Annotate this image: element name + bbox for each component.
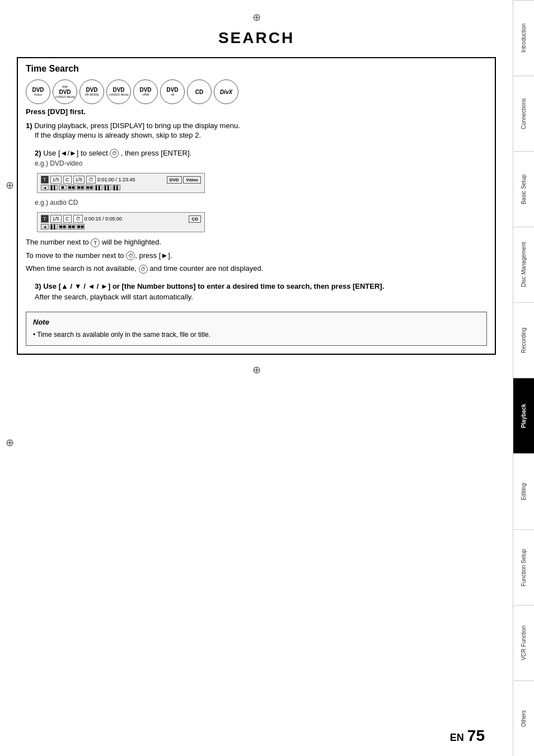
left-crosshair-bottom: ⊕ (6, 436, 14, 449)
step-3-text: 3) Use [▲ / ▼ / ◄ / ►] or [the Number bu… (26, 281, 487, 292)
sidebar-tab-editing[interactable]: Editing (513, 454, 534, 529)
step-3-strong: Use [▲ / ▼ / ◄ / ►] or [the Number butto… (43, 282, 384, 290)
section-box: Time Search DVD Video RW DVD +VIDEO Mode (17, 57, 496, 355)
step-1-sub: If the display menu is already shown, sk… (26, 130, 487, 141)
step-2: 2) Use [◄/►] to select ⏱ , then press [E… (26, 148, 487, 274)
sidebar-tab-vcr-function[interactable]: VCR Function (513, 605, 534, 680)
sidebar-tab-function-setup[interactable]: Function Setup (513, 529, 534, 605)
osd-icon-pause: ▌▌ (50, 185, 58, 190)
clock-icon-inline: ⏱ (126, 251, 135, 260)
osd-cd-icon-stop: ◼◼ (59, 224, 67, 229)
main-content: ⊕ SEARCH Time Search DVD Video RW DVD (0, 0, 513, 756)
disc-badge-divx: DivX (214, 79, 238, 104)
osd-icon-rpt: ▌▌ (113, 185, 120, 190)
t-icon-inline: T (91, 238, 100, 247)
move-note: To move to the number next to ⏱, press [… (26, 250, 487, 261)
osd-icon-next: ▌▌ (95, 185, 102, 190)
note-content: • Time search is available only in the s… (33, 330, 480, 340)
osd-cd: T 1/5 C ⏱ 0:00:15 / 0:05:00 CD ◄ ▌▌ (37, 212, 205, 232)
highlight-note: The number next to T will be highlighted… (26, 237, 487, 248)
page-title: SEARCH (17, 29, 496, 47)
osd-cd-icon-rew: ◼◼ (68, 224, 76, 229)
osd-dvd-row1-left: T 1/5 C 1/5 ⏱ 0:01:00 / 1:23:45 (41, 176, 135, 184)
step-2-num: 2) (35, 149, 41, 157)
osd-time-cd: 0:00:15 / 0:05:00 (85, 216, 123, 222)
bottom-bar: EN 75 (450, 727, 485, 745)
sidebar-tab-basic-setup[interactable]: Basic Setup (513, 151, 534, 227)
step-3-num: 3) (35, 282, 41, 290)
disc-badge-dvd-rw: DVD +RW (133, 79, 158, 104)
sidebar-tab-others[interactable]: Others (513, 680, 534, 756)
when-note: When time search is not available, ⏱ and… (26, 263, 487, 274)
note-title: Note (33, 318, 480, 326)
sidebar-tab-connections[interactable]: Connections (513, 76, 534, 151)
sidebar-tab-playback[interactable]: Playback (513, 378, 534, 453)
osd-icon-stop: ◼ (59, 185, 67, 190)
disc-badge-dvd-rw-video: RW DVD +VIDEO Mode (53, 79, 77, 104)
sidebar-tab-disc-management[interactable]: Disc Management (513, 227, 534, 302)
bottom-crosshair-decoration: ⊕ (17, 364, 496, 376)
osd-cd-row1: T 1/5 C ⏱ 0:00:15 / 0:05:00 CD (41, 215, 201, 223)
osd-dvd-badge-area: DVD Video (167, 176, 201, 184)
disc-badge-dvd-video-mode: DVD +VIDEO Mode (106, 79, 131, 104)
osd-dvd-row2: ◄ ▌▌ ◼ ◼◼ ◼◼ ◼◼ ▌▌ ▌▌ ▌▌ (41, 185, 201, 190)
left-crosshair-top: ⊕ (6, 179, 14, 191)
osd-cd-c-cell: C (63, 215, 72, 223)
note-box: Note • Time search is available only in … (26, 312, 487, 346)
bottom-lang: EN (450, 732, 464, 744)
note-text: Time search is available only in the sam… (37, 331, 210, 339)
eg2-label: e.g.) audio CD (26, 198, 487, 208)
time-icon: ⏱ (110, 149, 119, 158)
video-badge: Video (183, 176, 201, 184)
disc-badges-row: DVD Video RW DVD +VIDEO Mode DVD VR MODE (26, 79, 487, 104)
osd-t-cell: T (41, 176, 49, 184)
osd-time-dvd: 0:01:00 / 1:23:45 (97, 177, 135, 182)
disc-badge-dvd-r: DVD +R (160, 79, 185, 104)
osd-c-cell: C (63, 176, 72, 184)
step-3: 3) Use [▲ / ▼ / ◄ / ►] or [the Number bu… (26, 281, 487, 303)
step-2-text: 2) Use [◄/►] to select ⏱ , then press [E… (26, 148, 487, 159)
osd-clock-cell: ⏱ (86, 176, 96, 184)
osd-dvd-row1: T 1/5 C 1/5 ⏱ 0:01:00 / 1:23:45 DVD Vide… (41, 176, 201, 184)
disc-badge-dvd-vr: DVD VR MODE (79, 79, 104, 104)
step-3-sub: After the search, playback will start au… (26, 292, 487, 303)
osd-chapter: 1/5 (73, 176, 85, 184)
osd-track: 1/5 (50, 176, 62, 184)
osd-cd-icon-pause: ▌▌ (50, 224, 58, 229)
bottom-page-num: 75 (467, 727, 485, 745)
step-2-label2: , then press [ENTER]. (121, 149, 191, 157)
step-1: 1) During playback, press [DISPLAY] to b… (26, 121, 487, 141)
eg1-label: e.g.) DVD-video (26, 158, 487, 168)
osd-dvd-video: T 1/5 C 1/5 ⏱ 0:01:00 / 1:23:45 DVD Vide… (37, 173, 205, 193)
sidebar-tab-recording[interactable]: Recording (513, 302, 534, 378)
cd-badge: CD (189, 215, 201, 223)
osd-cd-clock-cell: ⏱ (73, 215, 83, 223)
disc-badge-cd: CD (187, 79, 212, 104)
press-note: Press [DVD] first. (26, 107, 487, 116)
sidebar-tab-introduction[interactable]: Introduction (513, 0, 534, 76)
osd-cd-icon-ff: ◼◼ (77, 224, 85, 229)
osd-cd-badge-area: CD (189, 215, 201, 223)
clock-icon-inline2: ⏱ (139, 265, 148, 274)
osd-cd-row2: ◄ ▌▌ ◼◼ ◼◼ ◼◼ (41, 224, 201, 229)
osd-icon-rec: ▌▌ (104, 185, 111, 190)
page-wrapper: ⊕ SEARCH Time Search DVD Video RW DVD (0, 0, 534, 756)
osd-cd-track: 1/5 (50, 215, 62, 223)
section-title: Time Search (26, 64, 487, 74)
osd-cd-row1-left: T 1/5 C ⏱ 0:00:15 / 0:05:00 (41, 215, 122, 223)
right-sidebar: Introduction Connections Basic Setup Dis… (513, 0, 534, 756)
osd-icon-ff: ◼◼ (77, 185, 85, 190)
disc-badge-dvd-video: DVD Video (26, 79, 50, 104)
step-2-label: Use [◄/►] to select (43, 149, 110, 157)
osd-icon-rew: ◼◼ (68, 185, 76, 190)
osd-cd-icon-search: ◄ (41, 224, 49, 229)
top-crosshair-decoration: ⊕ (17, 11, 496, 24)
osd-icon-search: ◄ (41, 185, 49, 190)
dvd-badge: DVD (167, 176, 182, 184)
step-1-num: 1) (26, 121, 32, 130)
osd-icon-prev: ◼◼ (86, 185, 93, 190)
step-1-text: During playback, press [DISPLAY] to brin… (34, 121, 240, 130)
osd-cd-t-cell: T (41, 215, 49, 223)
